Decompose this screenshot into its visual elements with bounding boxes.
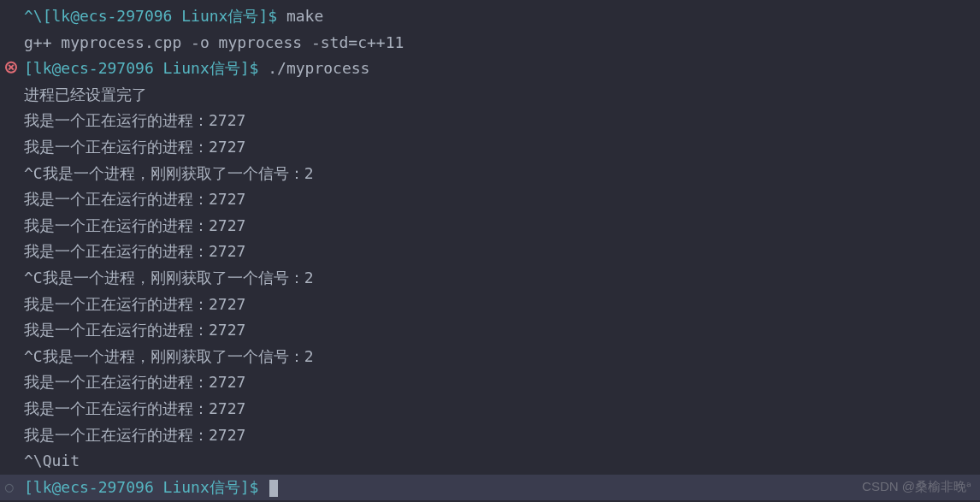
error-icon (5, 56, 17, 82)
terminal-line: 我是一个正在运行的进程：2727 (0, 396, 980, 422)
command-text: ./myprocess (268, 59, 369, 77)
terminal-line: 我是一个正在运行的进程：2727 (0, 317, 980, 344)
terminal-line: 我是一个正在运行的进程：2727 (0, 213, 980, 239)
cursor (269, 480, 278, 497)
output-text: ^\Quit (24, 452, 80, 470)
terminal-area[interactable]: ^\[lk@ecs-297096 Liunx信号]$ make g++ mypr… (0, 0, 980, 500)
output-text: 我是一个正在运行的进程：2727 (24, 373, 245, 391)
terminal-line: ^C我是一个进程，刚刚获取了一个信号：2 (0, 265, 980, 292)
output-text: ^C我是一个进程，刚刚获取了一个信号：2 (24, 269, 314, 286)
terminal-line: 我是一个正在运行的进程：2727 (0, 422, 980, 449)
terminal-line: 我是一个正在运行的进程：2727 (0, 369, 980, 396)
output-text: 我是一个正在运行的进程：2727 (24, 426, 245, 444)
output-text: ^C我是一个进程，刚刚获取了一个信号：2 (24, 164, 314, 182)
output-text: 我是一个正在运行的进程：2727 (24, 295, 245, 313)
output-text: 我是一个正在运行的进程：2727 (24, 111, 245, 129)
terminal-line: ^C我是一个进程，刚刚获取了一个信号：2 (0, 161, 980, 187)
prompt-text: ^\[lk@ecs-297096 Liunx信号]$ (24, 7, 286, 25)
output-text: g++ myprocess.cpp -o myprocess -std=c++1… (24, 33, 404, 51)
output-text: 我是一个正在运行的进程：2727 (24, 399, 245, 417)
terminal-line: ^\Quit (0, 448, 980, 475)
prompt-text: [lk@ecs-297096 Liunx信号]$ (24, 59, 268, 77)
watermark-text: CSDN @桑榆非晚ᵃ (862, 475, 971, 498)
arrow-icon: ◯ (5, 475, 14, 499)
output-text: 我是一个正在运行的进程：2727 (24, 242, 245, 260)
output-text: 我是一个正在运行的进程：2727 (24, 216, 245, 234)
terminal-line: ^C我是一个进程，刚刚获取了一个信号：2 (0, 344, 980, 370)
command-text: make (286, 7, 323, 25)
output-text: 我是一个正在运行的进程：2727 (24, 190, 245, 208)
terminal-line: 我是一个正在运行的进程：2727 (0, 186, 980, 213)
terminal-line: [lk@ecs-297096 Liunx信号]$ ./myprocess (0, 56, 980, 82)
output-text: 我是一个正在运行的进程：2727 (24, 138, 245, 156)
terminal-line: g++ myprocess.cpp -o myprocess -std=c++1… (0, 30, 980, 56)
terminal-line: ^\[lk@ecs-297096 Liunx信号]$ make (0, 3, 980, 30)
output-text: 进程已经设置完了 (24, 86, 147, 103)
output-text: 我是一个正在运行的进程：2727 (24, 321, 245, 339)
output-text: ^C我是一个进程，刚刚获取了一个信号：2 (24, 347, 314, 365)
terminal-line: 我是一个正在运行的进程：2727 (0, 239, 980, 265)
prompt-text: [lk@ecs-297096 Liunx信号]$ (24, 478, 268, 496)
terminal-line: 我是一个正在运行的进程：2727 (0, 292, 980, 318)
terminal-line: 我是一个正在运行的进程：2727 (0, 134, 980, 161)
terminal-line: 进程已经设置完了 (0, 82, 980, 109)
terminal-line-active[interactable]: ◯[lk@ecs-297096 Liunx信号]$ (0, 475, 980, 501)
terminal-line: 我是一个正在运行的进程：2727 (0, 108, 980, 134)
